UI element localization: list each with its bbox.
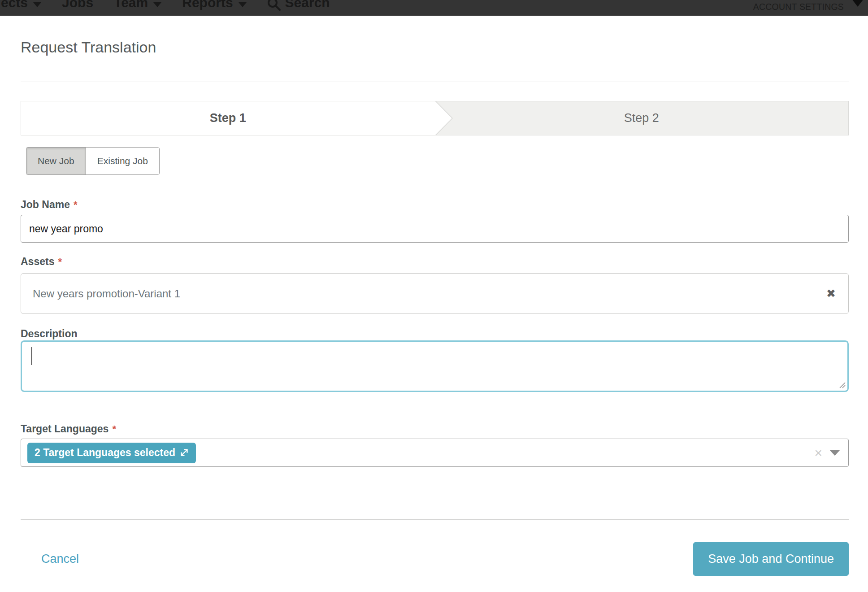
page-title: Request Translation <box>21 38 849 56</box>
nav-item-label: ects <box>1 0 28 10</box>
nav-search[interactable]: Search <box>267 0 330 12</box>
nav-item-label: Team <box>114 0 148 10</box>
step-arrow-icon <box>435 101 453 135</box>
remove-asset-icon[interactable]: ✖ <box>826 288 836 299</box>
description-textarea[interactable] <box>21 340 849 392</box>
description-label: Description <box>21 327 849 340</box>
target-languages-label: Target Languages * <box>21 422 849 435</box>
step-2-label: Step 2 <box>624 111 659 125</box>
target-languages-badge[interactable]: 2 Target Languages selected <box>27 443 196 463</box>
text-cursor <box>31 347 32 365</box>
new-job-button[interactable]: New Job <box>26 148 86 174</box>
chevron-down-icon <box>239 2 247 7</box>
required-asterisk: * <box>74 199 78 211</box>
title-divider <box>21 82 849 82</box>
nav-item-label: Jobs <box>62 0 93 10</box>
nav-item-projects[interactable]: ects <box>1 0 41 10</box>
footer-actions: Cancel Save Job and Continue <box>21 542 849 576</box>
chevron-down-icon <box>33 2 41 7</box>
resize-handle-icon[interactable] <box>838 381 846 388</box>
expand-icon <box>180 448 189 457</box>
chevron-down-icon <box>153 2 161 7</box>
account-settings-menu[interactable]: ACCOUNT SETTINGS <box>753 2 844 12</box>
request-translation-page: Request Translation Step 1 Step 2 New Jo… <box>0 38 868 576</box>
description-field <box>21 340 849 392</box>
nav-item-label: Reports <box>182 0 233 10</box>
footer-divider <box>21 519 849 520</box>
dropdown-caret-icon[interactable] <box>829 450 840 456</box>
step-1-label: Step 1 <box>210 111 246 125</box>
search-icon <box>267 0 281 12</box>
tab-step-1[interactable]: Step 1 <box>21 101 435 135</box>
account-caret-icon <box>850 0 865 7</box>
clear-icon[interactable]: × <box>814 446 822 460</box>
job-name-input[interactable] <box>21 215 849 243</box>
step-wizard: Step 1 Step 2 <box>21 101 849 135</box>
cancel-link[interactable]: Cancel <box>41 552 79 566</box>
nav-item-jobs[interactable]: Jobs <box>62 0 93 10</box>
nav-search-label: Search <box>285 0 330 10</box>
job-name-label: Job Name * <box>21 198 849 211</box>
required-asterisk: * <box>112 423 116 435</box>
nav-item-team[interactable]: Team <box>114 0 161 10</box>
save-job-button[interactable]: Save Job and Continue <box>693 542 849 576</box>
required-asterisk: * <box>58 256 62 268</box>
nav-menu: ects Jobs Team Reports Search <box>0 0 868 12</box>
target-languages-badge-label: 2 Target Languages selected <box>35 447 175 459</box>
assets-field: New years promotion-Variant 1 ✖ <box>21 273 849 314</box>
existing-job-button[interactable]: Existing Job <box>86 148 159 174</box>
nav-item-reports[interactable]: Reports <box>182 0 246 10</box>
tab-step-2[interactable]: Step 2 <box>435 101 849 135</box>
top-nav: ects Jobs Team Reports Search ACCOUNT SE… <box>0 0 868 16</box>
target-languages-select[interactable]: 2 Target Languages selected × <box>21 439 849 467</box>
asset-item-name: New years promotion-Variant 1 <box>33 287 180 300</box>
job-type-toggle: New Job Existing Job <box>26 147 160 175</box>
assets-label: Assets * <box>21 255 849 268</box>
